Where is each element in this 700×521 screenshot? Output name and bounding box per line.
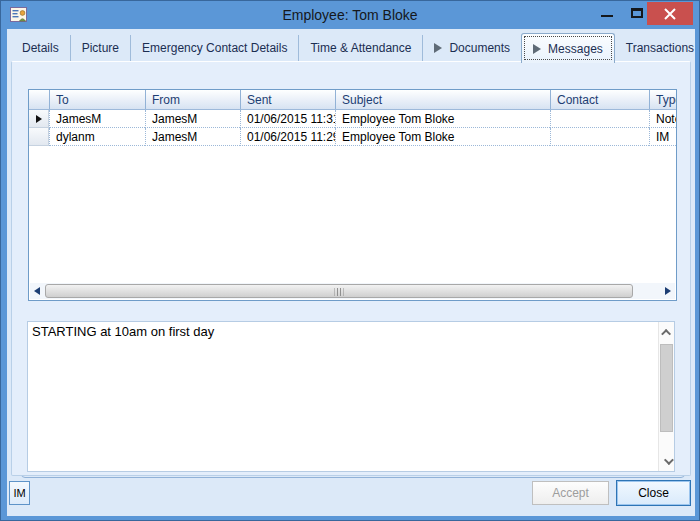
tab-label: Emergency Contact Details (142, 35, 287, 61)
im-button[interactable]: IM (9, 481, 30, 505)
cell-type: IM (649, 128, 676, 146)
preview-message-text: STARTING at 10am on first day (28, 322, 657, 471)
scroll-right-icon (665, 287, 671, 295)
scroll-down-button[interactable] (659, 453, 675, 469)
cell-contact (550, 110, 649, 128)
row-selector-header (29, 90, 49, 109)
tab-label: Picture (82, 35, 119, 61)
current-row-arrow-icon (36, 115, 42, 123)
column-header-type[interactable]: Type (649, 90, 676, 109)
minimize-button[interactable] (593, 1, 621, 25)
tab-picture[interactable]: Picture (71, 35, 131, 61)
scroll-left-button[interactable] (30, 283, 44, 299)
close-icon (664, 8, 676, 20)
grid-horizontal-scrollbar[interactable] (30, 283, 675, 299)
cell-sent: 01/06/2015 11:29 (240, 128, 335, 146)
row-selector[interactable] (29, 110, 49, 128)
tab-documents[interactable]: Documents (423, 35, 521, 61)
cell-from: JamesM (145, 128, 240, 146)
play-arrow-icon (434, 43, 442, 53)
cell-type: Note (649, 110, 676, 128)
cell-to: JamesM (49, 110, 145, 128)
column-header-sent[interactable]: Sent (240, 90, 335, 109)
cell-subject: Employee Tom Bloke (335, 128, 550, 146)
cell-subject: Employee Tom Bloke (335, 110, 550, 128)
tab-messages[interactable]: Messages (521, 33, 615, 63)
message-row[interactable]: dylanm JamesM 01/06/2015 11:29 Employee … (29, 128, 676, 146)
accept-button[interactable]: Accept (532, 481, 609, 505)
preview-vertical-scrollbar[interactable] (658, 322, 674, 471)
column-header-to[interactable]: To (49, 90, 145, 109)
tab-label: Messages (548, 35, 603, 63)
row-selector[interactable] (29, 128, 49, 146)
titlebar[interactable]: Employee: Tom Bloke (1, 1, 699, 29)
messages-grid: To From Sent Subject Contact Type JamesM… (28, 89, 677, 301)
play-arrow-icon (533, 44, 541, 54)
tab-label: Transactions (626, 35, 694, 61)
tab-time-attendance[interactable]: Time & Attendance (299, 35, 423, 61)
cell-sent: 01/06/2015 11:31 (240, 110, 335, 128)
minimize-icon (601, 15, 613, 17)
tab-details[interactable]: Details (11, 35, 71, 61)
column-header-contact[interactable]: Contact (550, 90, 649, 109)
preview-message-box[interactable]: STARTING at 10am on first day (27, 321, 675, 472)
message-row[interactable]: JamesM JamesM 01/06/2015 11:31 Employee … (29, 110, 676, 128)
column-header-subject[interactable]: Subject (335, 90, 550, 109)
horizontal-scrollbar-thumb[interactable] (45, 284, 633, 298)
tab-label: Time & Attendance (310, 35, 411, 61)
scrollbar-grip-icon (335, 288, 344, 296)
scroll-right-button[interactable] (661, 283, 675, 299)
cell-contact (550, 128, 649, 146)
maximize-icon (631, 8, 643, 18)
tab-label: Documents (449, 35, 510, 61)
window-close-button[interactable] (647, 2, 693, 25)
scroll-down-icon (663, 455, 673, 465)
cell-to: dylanm (49, 128, 145, 146)
close-button[interactable]: Close (616, 480, 691, 506)
scroll-up-button[interactable] (659, 324, 675, 340)
tab-label: Details (22, 35, 59, 61)
tab-bar: Details Picture Emergency Contact Detail… (11, 35, 700, 61)
employee-dialog-window: Employee: Tom Bloke Details Picture Emer… (0, 0, 700, 521)
grid-header: To From Sent Subject Contact Type (29, 90, 676, 110)
scroll-up-icon (661, 328, 671, 338)
vertical-scrollbar-thumb[interactable] (660, 344, 673, 432)
cell-from: JamesM (145, 110, 240, 128)
column-header-from[interactable]: From (145, 90, 240, 109)
tab-emergency-contact-details[interactable]: Emergency Contact Details (131, 35, 299, 61)
tab-transactions[interactable]: Transactions (615, 35, 700, 61)
scroll-left-icon (34, 287, 40, 295)
